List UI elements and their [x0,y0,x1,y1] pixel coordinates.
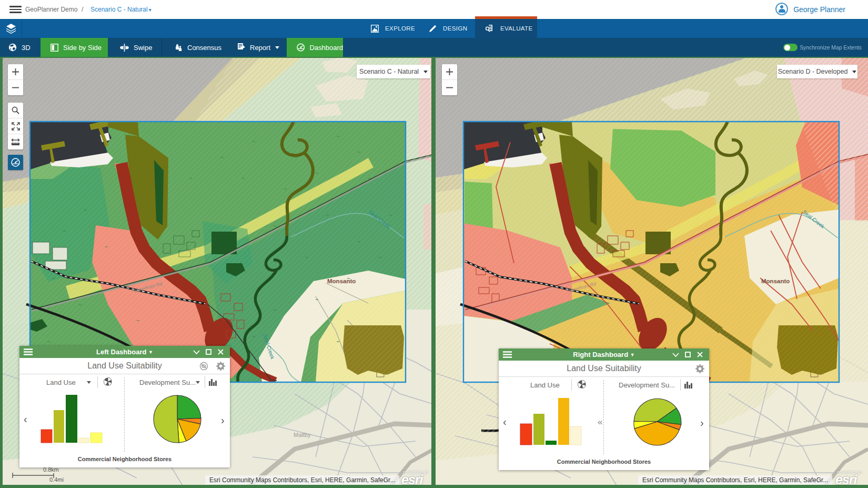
svg-text:Monsanto: Monsanto [327,278,356,284]
svg-text:Monsanto: Monsanto [761,278,790,284]
svg-text:Maltby: Maltby [294,432,311,438]
